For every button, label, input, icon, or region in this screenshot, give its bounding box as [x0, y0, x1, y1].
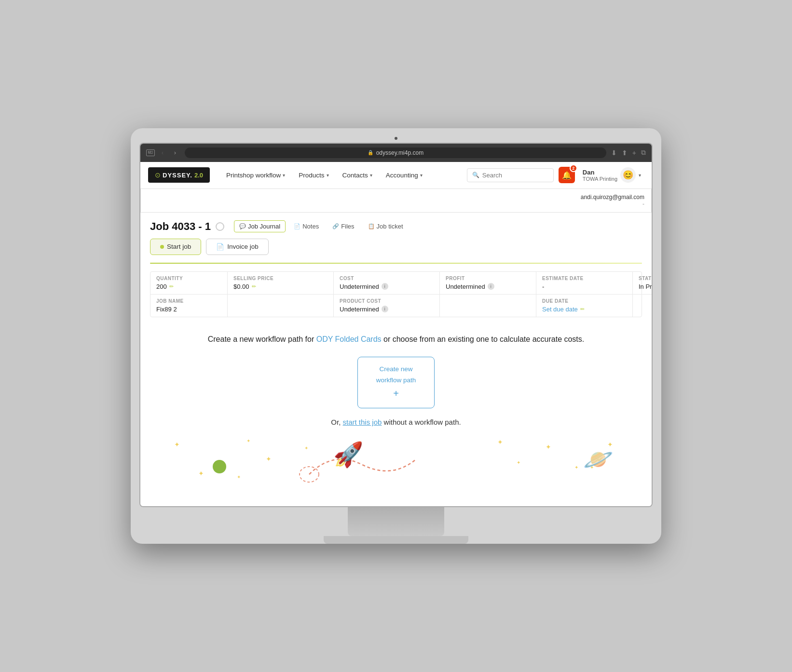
browser-chrome: ‹ › 🔒 odyssey.mi4p.com ⬇ ⬆ + ⧉ — [140, 144, 652, 162]
tab-job-journal[interactable]: 💬 Job Journal — [234, 220, 286, 232]
user-area[interactable]: Dan TOWA Printing 😊 ▾ — [580, 167, 644, 183]
job-header: Job 4033 - 1 💬 Job Journal 📄 Notes 🔗 Fil… — [150, 220, 642, 233]
share-icon[interactable]: ⬆ — [622, 149, 628, 157]
profit-label: PROFIT — [446, 276, 530, 281]
tab-job-ticket[interactable]: 📋 Job ticket — [363, 220, 409, 232]
chat-icon: 💬 — [239, 223, 246, 229]
avatar: 😊 — [620, 167, 636, 183]
download-icon[interactable]: ⬇ — [611, 149, 617, 157]
logo-area[interactable]: ⊙ DYSSEY. 2.0 — [148, 167, 210, 183]
notification-button[interactable]: 🔔 2 — [559, 167, 575, 183]
tab-label-files: Files — [341, 223, 354, 230]
tab-files[interactable]: 🔗 Files — [327, 220, 359, 232]
action-buttons: Start job 📄 Invoice job — [150, 239, 642, 255]
sparkle-icon: ✦ — [574, 465, 578, 470]
selling-price-label: SELLING PRICE — [233, 276, 328, 281]
user-company: TOWA Printing — [583, 176, 617, 182]
create-workflow-line1: Create new — [379, 365, 412, 374]
or-text-area: Or, start this job without a workflow pa… — [150, 418, 642, 426]
user-email-secondary: - — [148, 201, 644, 207]
logo-text: DYSSEY. — [163, 172, 192, 179]
invoice-job-label: Invoice job — [227, 243, 259, 250]
selling-price-cell: SELLING PRICE $0.00 ✏ — [228, 272, 334, 295]
nav-label-printshop: Printshop workflow — [226, 172, 281, 179]
start-this-job-link[interactable]: start this job — [343, 418, 382, 426]
sparkle-icon: ✦ — [546, 443, 551, 451]
green-divider — [150, 263, 642, 264]
profit-info-icon[interactable]: i — [488, 283, 494, 290]
sparkle-icon: ✦ — [517, 460, 520, 465]
logo-version: 2.0 — [194, 172, 203, 179]
job-title: Job 4033 - 1 — [150, 220, 211, 233]
quantity-edit-icon[interactable]: ✏ — [169, 283, 174, 290]
due-date-edit-icon[interactable]: ✏ — [580, 306, 585, 312]
start-job-label: Start job — [167, 243, 191, 250]
product-link[interactable]: ODY Folded Cards — [316, 335, 382, 343]
sparkle-icon: ✦ — [237, 474, 241, 480]
main-content: Job 4033 - 1 💬 Job Journal 📄 Notes 🔗 Fil… — [140, 213, 652, 507]
start-job-button[interactable]: Start job — [150, 239, 201, 255]
selling-price-edit-icon[interactable]: ✏ — [252, 283, 256, 290]
url-bar[interactable]: 🔒 odyssey.mi4p.com — [185, 148, 606, 158]
back-button[interactable]: ‹ — [158, 148, 167, 158]
quantity-cell: QUANTITY 200 ✏ — [150, 272, 228, 295]
user-email: andi.quirozg@gmail.com — [148, 194, 644, 201]
product-cost-value: Undetermined i — [340, 306, 434, 313]
cost-value: Undetermined i — [340, 283, 434, 290]
nav-menu: Printshop workflow ▾ Products ▾ Contacts… — [219, 161, 467, 188]
sparkle-icon: ✦ — [174, 441, 180, 448]
nav-item-printshop[interactable]: Printshop workflow ▾ — [219, 161, 292, 188]
estimate-date-label: ESTIMATE DATE — [542, 276, 627, 281]
sparkle-icon: ✦ — [246, 438, 250, 444]
empty-row2-3 — [633, 295, 653, 317]
tab-label-job-journal: Job Journal — [248, 223, 280, 230]
notification-badge: 2 — [570, 164, 577, 172]
status-label: STATUS — [639, 276, 653, 281]
invoice-icon: 📄 — [216, 243, 224, 251]
camera-dot — [395, 137, 397, 140]
lock-icon: 🔒 — [368, 150, 373, 155]
due-date-value: Set due date ✏ — [542, 306, 627, 313]
user-dropdown-icon: ▾ — [639, 173, 641, 178]
create-workflow-line2: workflow path — [376, 376, 416, 385]
product-cost-info-icon[interactable]: i — [382, 306, 388, 312]
job-name-cell: JOB NAME Fix89 2 — [150, 295, 228, 317]
notes-icon: 📄 — [294, 223, 300, 229]
nav-label-accounting: Accounting — [386, 172, 418, 179]
forward-button[interactable]: › — [170, 148, 180, 158]
chevron-down-icon: ▾ — [420, 173, 423, 178]
empty-row2-2 — [440, 295, 536, 317]
workflow-section: Create a new workflow path for ODY Folde… — [150, 329, 642, 499]
create-workflow-button[interactable]: Create new workflow path + — [357, 357, 435, 409]
tab-label-job-ticket: Job ticket — [377, 223, 403, 230]
nav-item-contacts[interactable]: Contacts ▾ — [336, 161, 379, 188]
chevron-down-icon: ▾ — [283, 173, 285, 178]
tab-notes[interactable]: 📄 Notes — [288, 220, 324, 232]
add-tab-icon[interactable]: + — [632, 149, 636, 157]
estimate-date-cell: ESTIMATE DATE - — [536, 272, 633, 295]
nav-item-accounting[interactable]: Accounting ▾ — [379, 161, 429, 188]
files-icon: 🔗 — [332, 223, 339, 229]
search-input[interactable] — [482, 172, 548, 179]
nav-label-contacts: Contacts — [342, 172, 368, 179]
bell-icon: 🔔 — [562, 171, 572, 180]
due-date-label: DUE DATE — [542, 298, 627, 304]
profit-value: Undetermined i — [446, 283, 530, 290]
cost-info-icon[interactable]: i — [382, 283, 388, 290]
job-status-circle — [216, 222, 224, 231]
search-box[interactable]: 🔍 — [467, 168, 554, 182]
profit-cell: PROFIT Undetermined i — [440, 272, 536, 295]
status-cell: STATUS In Production — [633, 272, 653, 295]
chevron-down-icon: ▾ — [327, 173, 329, 178]
nav-item-products[interactable]: Products ▾ — [292, 161, 335, 188]
job-name-value: Fix89 2 — [156, 306, 221, 313]
set-due-date-link[interactable]: Set due date — [542, 306, 578, 313]
planet-icon: 🪐 — [583, 445, 613, 473]
invoice-job-button[interactable]: 📄 Invoice job — [206, 239, 269, 255]
empty-row2-1 — [228, 295, 334, 317]
windows-icon[interactable]: ⧉ — [641, 148, 646, 157]
workflow-description: Create a new workflow path for ODY Folde… — [150, 334, 642, 345]
product-cost-label: PRODUCT COST — [340, 298, 434, 304]
app-navbar: ⊙ DYSSEY. 2.0 Printshop workflow ▾ Produ… — [140, 162, 652, 189]
cost-cell: COST Undetermined i — [334, 272, 440, 295]
